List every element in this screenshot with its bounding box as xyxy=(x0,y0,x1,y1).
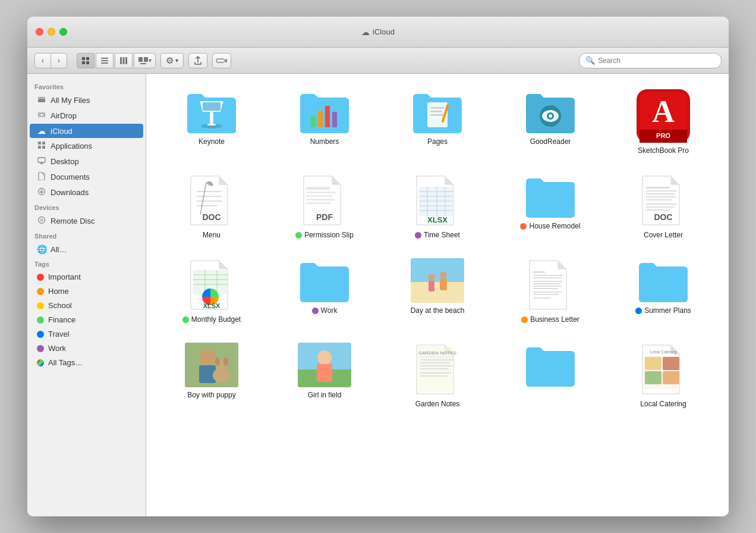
finance-tag-label: Finance xyxy=(48,315,75,324)
file-item-cover-letter[interactable]: DOC Cover Letter xyxy=(610,170,717,243)
house-remodel-label: House Remodel xyxy=(520,222,580,230)
blue-folder-icon xyxy=(524,343,577,387)
svg-point-92 xyxy=(440,271,447,278)
share-button[interactable] xyxy=(188,53,207,68)
sidebar-item-icloud[interactable]: ☁ iCloud xyxy=(30,124,143,138)
list-view-button[interactable] xyxy=(96,53,114,68)
cover-letter-label: Cover Letter xyxy=(644,231,683,239)
svg-text:A: A xyxy=(652,95,675,128)
action-dropdown[interactable]: ⚙ ▾ xyxy=(160,53,184,68)
svg-rect-13 xyxy=(216,59,225,62)
file-item-blue-folder[interactable] xyxy=(497,339,604,412)
file-item-local-catering[interactable]: Local Catering Local Catering xyxy=(610,339,717,412)
sidebar-item-documents[interactable]: Documents xyxy=(30,170,143,184)
search-bar[interactable]: 🔍 xyxy=(579,53,722,68)
file-item-boy-puppy[interactable]: Boy with puppy xyxy=(158,339,265,412)
all-my-files-icon xyxy=(37,95,46,105)
sidebar-item-tag-school[interactable]: School xyxy=(30,299,143,312)
svg-rect-59 xyxy=(306,202,330,204)
svg-rect-121 xyxy=(420,368,449,369)
svg-point-113 xyxy=(317,350,332,365)
svg-point-105 xyxy=(199,349,216,366)
sidebar-item-tag-travel[interactable]: Travel xyxy=(30,327,143,341)
svg-rect-77 xyxy=(646,206,675,208)
tags-header: Tags xyxy=(27,257,146,269)
svg-rect-102 xyxy=(533,294,559,295)
work-folder-icon xyxy=(298,258,351,303)
search-input[interactable] xyxy=(598,57,715,65)
file-item-pages[interactable]: Pages xyxy=(384,86,491,158)
file-item-keynote[interactable]: Keynote xyxy=(158,86,265,158)
file-item-numbers[interactable]: Numbers xyxy=(271,86,378,158)
file-item-work[interactable]: Work xyxy=(271,255,378,327)
sidebar-item-airdrop[interactable]: AirDrop xyxy=(30,108,143,123)
back-button[interactable]: ‹ xyxy=(34,53,51,68)
svg-text:PRO: PRO xyxy=(656,132,670,139)
svg-rect-32 xyxy=(325,106,330,127)
file-item-summer-plans[interactable]: Summer Plans xyxy=(610,255,717,327)
sidebar-item-desktop[interactable]: Desktop xyxy=(30,154,143,169)
svg-rect-12 xyxy=(140,63,146,64)
file-item-time-sheet[interactable]: XLSX Time Sheet xyxy=(384,170,491,243)
file-item-sketchbook[interactable]: A PRO SketchBook Pro xyxy=(610,86,717,158)
sidebar-item-all-tags[interactable]: All Tags… xyxy=(30,356,143,369)
svg-rect-14 xyxy=(225,59,227,62)
sidebar-item-tag-home[interactable]: Home xyxy=(30,284,143,298)
svg-rect-100 xyxy=(533,288,558,289)
file-item-beach[interactable]: Day at the beach xyxy=(384,255,491,327)
svg-rect-74 xyxy=(646,196,676,197)
svg-rect-4 xyxy=(101,58,108,59)
school-tag-dot xyxy=(37,302,44,309)
tag-button[interactable] xyxy=(212,53,231,68)
svg-point-24 xyxy=(40,219,43,221)
file-item-house-remodel[interactable]: House Remodel xyxy=(497,170,604,243)
file-item-girl-field[interactable]: Girl in field xyxy=(271,339,378,412)
goodreader-label: GoodReader xyxy=(530,137,571,146)
close-button[interactable] xyxy=(36,28,43,36)
file-item-business-letter[interactable]: Business Letter xyxy=(497,255,604,327)
garden-notes-label: Garden Notes xyxy=(415,400,460,408)
sidebar-item-downloads[interactable]: Downloads xyxy=(30,185,143,200)
svg-rect-9 xyxy=(125,57,127,64)
all-my-files-label: All My Files xyxy=(51,96,90,105)
summer-plans-folder-icon xyxy=(637,258,690,303)
svg-rect-93 xyxy=(440,278,447,290)
cover-letter-icon: DOC xyxy=(640,174,686,227)
svg-text:PDF: PDF xyxy=(316,212,333,222)
svg-rect-11 xyxy=(144,57,148,62)
minimize-button[interactable] xyxy=(48,28,55,36)
svg-rect-99 xyxy=(533,286,562,287)
column-view-button[interactable] xyxy=(115,53,133,68)
maximize-button[interactable] xyxy=(59,28,67,36)
girl-field-photo xyxy=(298,343,351,387)
file-item-goodreader[interactable]: GoodReader xyxy=(497,86,604,158)
icon-view-button[interactable] xyxy=(77,53,94,68)
svg-rect-98 xyxy=(533,283,560,284)
sketchbook-label: SketchBook Pro xyxy=(638,146,689,155)
sidebar-item-tag-important[interactable]: Important xyxy=(30,270,143,284)
file-item-garden-notes[interactable]: GARDEN NOTES Garden Notes xyxy=(384,339,491,412)
svg-rect-56 xyxy=(306,192,336,193)
gallery-view-button[interactable]: ▾ xyxy=(134,53,156,68)
file-grid: Keynote Numbers xyxy=(158,86,717,412)
airdrop-label: AirDrop xyxy=(51,111,77,120)
file-item-permission-slip[interactable]: PDF Permission Slip xyxy=(271,170,378,243)
file-item-menu[interactable]: DOC Menu xyxy=(158,170,265,243)
sidebar-item-all-my-files[interactable]: All My Files xyxy=(30,93,143,108)
beach-photo xyxy=(411,258,464,303)
summer-plans-label: Summer Plans xyxy=(635,306,691,315)
sidebar-item-tag-finance[interactable]: Finance xyxy=(30,313,143,327)
svg-rect-73 xyxy=(646,193,675,195)
forward-button[interactable]: › xyxy=(51,53,67,68)
sidebar-item-applications[interactable]: Applications xyxy=(30,139,143,153)
svg-rect-76 xyxy=(646,203,677,205)
cloud-icon: ☁ xyxy=(361,27,370,37)
sidebar-item-all-shared[interactable]: 🌐 All… xyxy=(30,242,143,256)
svg-rect-71 xyxy=(646,187,670,189)
applications-label: Applications xyxy=(51,142,92,151)
svg-rect-17 xyxy=(38,142,41,145)
sidebar-item-remote-disc[interactable]: Remote Disc xyxy=(30,214,143,228)
file-item-monthly-budget[interactable]: XLSX Monthly Budget xyxy=(158,255,265,327)
monthly-budget-tag xyxy=(182,316,189,323)
sidebar-item-tag-work[interactable]: Work xyxy=(30,341,143,355)
